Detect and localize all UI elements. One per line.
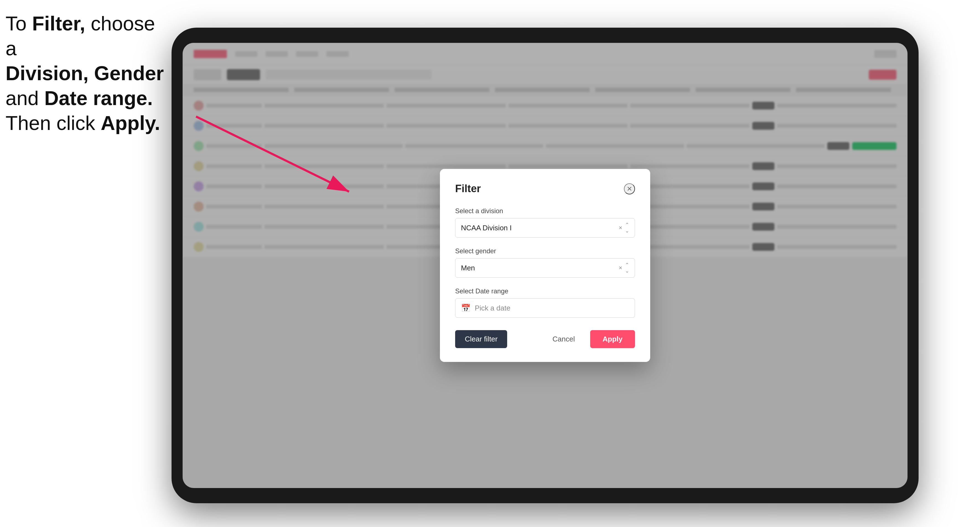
tablet-frame: Filter × Select a division NCAA Division… — [172, 28, 919, 503]
calendar-icon: 📅 — [461, 303, 471, 313]
division-value: NCAA Division I — [461, 224, 512, 232]
gender-value: Men — [461, 264, 475, 272]
date-label: Select Date range — [455, 287, 635, 295]
modal-footer: Clear filter Cancel Apply — [455, 330, 635, 348]
division-label: Select a division — [455, 207, 635, 215]
instruction-thenclick: Then click — [6, 112, 101, 134]
instruction-and: and — [6, 87, 44, 109]
cancel-button[interactable]: Cancel — [543, 330, 585, 348]
gender-arrow-icon: ⌃⌄ — [625, 262, 629, 274]
instruction-apply-bold: Apply. — [101, 112, 160, 134]
filter-modal: Filter × Select a division NCAA Division… — [440, 169, 650, 362]
modal-close-button[interactable]: × — [624, 183, 635, 194]
instruction-daterange-bold: Date range. — [44, 87, 153, 109]
division-arrow-icon: ⌃⌄ — [625, 222, 629, 234]
division-clear-icon[interactable]: × — [619, 224, 622, 232]
modal-overlay: Filter × Select a division NCAA Division… — [183, 43, 907, 488]
gender-form-group: Select gender Men × ⌃⌄ — [455, 247, 635, 278]
division-form-group: Select a division NCAA Division I × ⌃⌄ — [455, 207, 635, 238]
modal-title: Filter — [455, 183, 481, 195]
apply-button[interactable]: Apply — [590, 330, 635, 348]
instruction-line1: To — [6, 13, 32, 35]
instruction-division-gender-bold: Division, Gender — [6, 62, 164, 84]
division-select-controls: × ⌃⌄ — [619, 222, 629, 234]
modal-header: Filter × — [455, 183, 635, 195]
gender-select[interactable]: Men × ⌃⌄ — [455, 258, 635, 278]
date-input[interactable]: 📅 Pick a date — [455, 298, 635, 318]
gender-select-controls: × ⌃⌄ — [619, 262, 629, 274]
division-select[interactable]: NCAA Division I × ⌃⌄ — [455, 218, 635, 238]
date-placeholder: Pick a date — [475, 304, 511, 313]
clear-filter-button[interactable]: Clear filter — [455, 330, 507, 348]
instruction-block: To Filter, choose a Division, Gender and… — [6, 11, 166, 135]
modal-footer-right: Cancel Apply — [543, 330, 635, 348]
gender-clear-icon[interactable]: × — [619, 264, 622, 271]
gender-label: Select gender — [455, 247, 635, 255]
tablet-screen: Filter × Select a division NCAA Division… — [183, 43, 907, 488]
instruction-filter-bold: Filter, — [32, 13, 85, 35]
date-form-group: Select Date range 📅 Pick a date — [455, 287, 635, 318]
